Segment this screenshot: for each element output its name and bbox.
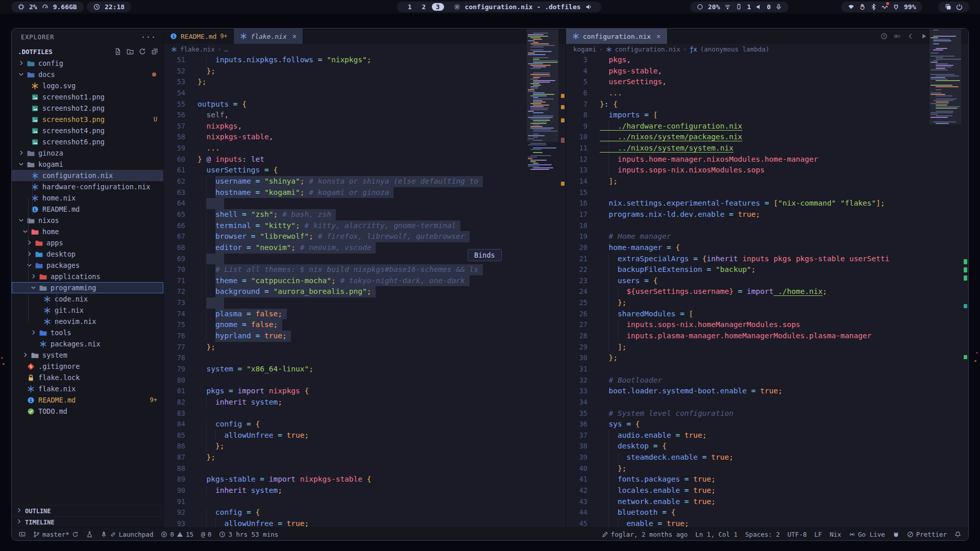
code-line[interactable]: 67 browser = "librewolf"; # firefox, lib… bbox=[164, 231, 566, 242]
code-line[interactable]: 74 plasma = false; bbox=[164, 309, 566, 320]
tab-configuration-nix[interactable]: configuration.nix × bbox=[566, 29, 668, 44]
timeline-section[interactable]: TIMELINE bbox=[12, 516, 163, 528]
code-line[interactable]: 43 network.enable = true; bbox=[566, 496, 968, 508]
tree-item--gitignore[interactable]: .gitignore bbox=[12, 361, 163, 372]
code-line[interactable]: 53}; bbox=[164, 77, 566, 88]
code-line[interactable]: 24 ${userSettings.username} = import ./h… bbox=[566, 286, 968, 297]
refresh-icon[interactable] bbox=[139, 48, 146, 55]
indentation-indicator[interactable]: Spaces: 2 bbox=[745, 531, 780, 538]
code-line[interactable]: 45 enable = true; bbox=[566, 518, 968, 528]
tree-item-todo-md[interactable]: TODO.md bbox=[12, 406, 163, 417]
code-line[interactable]: 75 gnome = false; bbox=[164, 319, 566, 331]
tree-item-docs[interactable]: docs bbox=[12, 69, 163, 80]
open-changes-icon[interactable] bbox=[894, 33, 901, 40]
tree-item-desktop[interactable]: desktop bbox=[12, 248, 163, 260]
code-line[interactable]: 17 programs.nix-ld.dev.enable = true; bbox=[566, 209, 968, 220]
close-icon[interactable]: × bbox=[292, 32, 297, 40]
code-line[interactable]: 88 bbox=[164, 463, 566, 474]
code-line[interactable]: 61 userSettings = { bbox=[164, 165, 566, 176]
tree-item-ginoza[interactable]: ginoza bbox=[12, 147, 163, 159]
remote-indicator[interactable] bbox=[19, 531, 26, 538]
code-line[interactable]: 54 bbox=[164, 88, 566, 99]
code-line[interactable]: 31 bbox=[566, 364, 968, 375]
code-line[interactable]: 28 inputs.plasma-manager.homeManagerModu… bbox=[566, 331, 968, 342]
breadcrumb-item[interactable]: kogami bbox=[573, 45, 596, 53]
code-line[interactable]: 66 terminal = "kitty"; # kitty, alacritt… bbox=[164, 220, 566, 232]
code-line[interactable]: 20 home-manager = { bbox=[566, 242, 968, 254]
code-line[interactable]: 52 }; bbox=[164, 66, 566, 77]
code-line[interactable]: 8 imports = [ bbox=[566, 110, 968, 121]
close-icon[interactable]: × bbox=[656, 32, 660, 40]
code-line[interactable]: 82 inherit system; bbox=[164, 397, 566, 408]
code-line[interactable]: 37 audio.enable = true; bbox=[566, 430, 968, 441]
tree-item-screenshot6-png[interactable]: screenshot6.png bbox=[12, 136, 163, 147]
code-line[interactable]: 42 locales.enable = true; bbox=[566, 485, 968, 496]
code-line[interactable]: 71 theme = "catppuccin-mocha"; # tokyo-n… bbox=[164, 276, 566, 287]
code-line[interactable]: 32 # Bootloader bbox=[566, 375, 968, 386]
code-line[interactable]: 26 sharedModules = [ bbox=[566, 309, 968, 320]
code-line[interactable]: 91 bbox=[164, 496, 566, 508]
tree-item-flake-lock[interactable]: flake.lock bbox=[12, 372, 163, 383]
code-line[interactable]: 10 ../nixos/system/packages.nix bbox=[566, 132, 968, 143]
minimap-slider[interactable] bbox=[929, 30, 961, 124]
code-line[interactable]: 64 bbox=[164, 198, 566, 209]
tree-item-tools[interactable]: tools bbox=[12, 327, 163, 338]
power-icon[interactable] bbox=[956, 4, 963, 10]
problems-indicator[interactable]: 0 15 bbox=[161, 531, 193, 538]
code-line[interactable]: 25 }; bbox=[566, 297, 968, 309]
tree-item-screenshot4-png[interactable]: screenshot4.png bbox=[12, 125, 163, 136]
outline-section[interactable]: OUTLINE bbox=[12, 505, 163, 516]
code-line[interactable]: 5 userSettings, bbox=[566, 77, 968, 88]
wakatime-indicator[interactable]: 3 hrs 53 mins bbox=[219, 531, 278, 538]
eol-indicator[interactable]: LF bbox=[814, 531, 822, 538]
code-line[interactable]: 62 username = "shinya"; # konsta or shin… bbox=[164, 176, 566, 187]
code-line[interactable]: 73 bbox=[164, 297, 566, 309]
code-line[interactable]: 57 nixpkgs, bbox=[164, 121, 566, 132]
tree-item-applications[interactable]: applications bbox=[12, 271, 163, 282]
prettier-indicator[interactable]: Prettier bbox=[907, 531, 947, 538]
code-line[interactable]: 14 ]; bbox=[566, 176, 968, 187]
tree-item-readme-md[interactable]: iREADME.md bbox=[12, 204, 163, 215]
go-live-button[interactable]: Go Live bbox=[849, 531, 885, 538]
tree-item-programming[interactable]: programming bbox=[12, 282, 163, 293]
code-line[interactable]: 59 ... bbox=[164, 143, 566, 154]
tree-item-config[interactable]: config bbox=[12, 58, 163, 69]
minimap[interactable] bbox=[929, 29, 961, 528]
workspace-root-header[interactable]: .DOTFILES bbox=[12, 45, 163, 58]
tree-item-nixos[interactable]: nixos bbox=[12, 215, 163, 226]
launchpad-indicator[interactable]: Launchpad bbox=[101, 531, 154, 538]
code-line[interactable]: 80 bbox=[164, 375, 566, 386]
timeline-history-icon[interactable] bbox=[880, 33, 888, 40]
code-line[interactable]: 4 pkgs-stable, bbox=[566, 66, 968, 77]
code-line[interactable]: 68 editor = "neovim"; # neovim, vscode bbox=[164, 242, 566, 254]
code-line[interactable]: 3 pkgs, bbox=[566, 55, 968, 66]
code-line[interactable]: 86 }; bbox=[164, 441, 566, 452]
tree-item-readme-md[interactable]: iREADME.md9+ bbox=[12, 394, 163, 406]
code-line[interactable]: 81 pkgs = import nixpkgs { bbox=[164, 386, 566, 397]
go-back-icon[interactable] bbox=[907, 33, 914, 40]
feedback-indicator[interactable]: @ 0 bbox=[201, 531, 211, 538]
breadcrumb-item[interactable]: … bbox=[224, 45, 228, 53]
tree-item-flake-nix[interactable]: flake.nix bbox=[12, 383, 163, 394]
tree-item-code-nix[interactable]: code.nix bbox=[12, 293, 163, 305]
tree-item-home[interactable]: home bbox=[12, 226, 163, 237]
tree-item-screenshot3-png[interactable]: screenshot3.pngU bbox=[12, 114, 163, 125]
tree-item-screenshot2-png[interactable]: screenshot2.png bbox=[12, 103, 163, 114]
tab-readme[interactable]: i README.md 9+ bbox=[164, 29, 234, 44]
scrollbar[interactable] bbox=[961, 29, 968, 528]
pet-indicator[interactable] bbox=[893, 531, 899, 538]
code-line[interactable]: 7}: { bbox=[566, 99, 968, 110]
code-line[interactable]: 85 allowUnfree = true; bbox=[164, 430, 566, 441]
code-line[interactable]: 83 bbox=[164, 408, 566, 419]
new-folder-icon[interactable] bbox=[127, 48, 134, 55]
code-line[interactable]: 35 # System level configuration bbox=[566, 408, 968, 419]
code-line[interactable]: 78 bbox=[164, 353, 566, 364]
code-line[interactable]: 90 inherit system; bbox=[164, 485, 566, 496]
code-line[interactable]: 39 steamdeck.enable = true; bbox=[566, 452, 968, 463]
tree-item-packages[interactable]: packages bbox=[12, 260, 163, 271]
code-line[interactable]: 38 desktop = { bbox=[566, 441, 968, 452]
workspace-3-active[interactable]: 3 bbox=[432, 3, 444, 11]
experiments-indicator[interactable] bbox=[86, 531, 93, 538]
code-line[interactable]: 6 ... bbox=[566, 88, 968, 99]
code-line[interactable]: 44 bluetooth = { bbox=[566, 507, 968, 518]
